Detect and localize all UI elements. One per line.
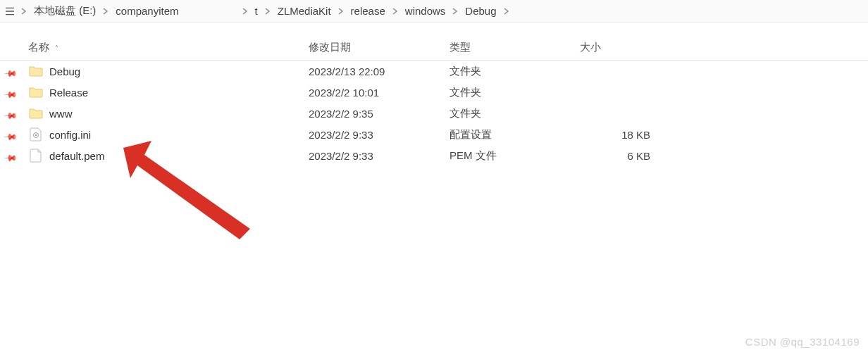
- folder-icon: [28, 106, 44, 121]
- breadcrumb-item[interactable]: windows: [402, 5, 449, 17]
- pin-gutter: 📌 📌 📌 📌 📌: [0, 61, 21, 166]
- column-header-date[interactable]: 修改日期: [309, 41, 450, 54]
- file-type: 文件夹: [450, 107, 580, 120]
- file-date: 2023/2/2 9:35: [309, 108, 450, 120]
- file-list: 名称 ˄ 修改日期 类型 大小 📌 📌 📌 📌 📌 Debug 2023/2/1…: [0, 23, 868, 352]
- file-row[interactable]: default.pem 2023/2/2 9:33 PEM 文件 6 KB: [28, 145, 868, 166]
- file-row[interactable]: www 2023/2/2 9:35 文件夹: [28, 103, 868, 124]
- breadcrumb-item[interactable]: companyitem: [113, 5, 181, 17]
- folder-icon: [28, 63, 44, 79]
- column-header-size[interactable]: 大小: [580, 41, 657, 54]
- file-type: 配置设置: [450, 128, 580, 142]
- pin-icon[interactable]: 📌: [6, 151, 16, 161]
- chevron-right-icon: [388, 8, 402, 15]
- pin-icon[interactable]: 📌: [6, 108, 16, 118]
- ini-file-icon: [28, 127, 44, 142]
- breadcrumb-item[interactable]: t: [252, 5, 261, 17]
- file-type: 文件夹: [450, 65, 580, 78]
- column-header-type[interactable]: 类型: [450, 41, 580, 54]
- file-date: 2023/2/2 9:33: [309, 129, 450, 141]
- file-type: 文件夹: [450, 86, 580, 99]
- chevron-right-icon: [17, 8, 31, 15]
- file-name: Debug: [49, 65, 80, 77]
- breadcrumb-item[interactable]: Debug: [462, 5, 499, 17]
- breadcrumb-item[interactable]: 本地磁盘 (E:): [31, 4, 99, 18]
- file-size: 6 KB: [580, 150, 657, 162]
- column-header-label: 名称: [28, 41, 49, 53]
- chevron-right-icon: [261, 8, 275, 15]
- pin-icon[interactable]: 📌: [6, 130, 16, 139]
- file-name: config.ini: [49, 129, 91, 141]
- file-date: 2023/2/2 10:01: [309, 87, 450, 99]
- file-date: 2023/2/2 9:33: [309, 150, 450, 162]
- file-name: default.pem: [49, 150, 104, 162]
- chevron-right-icon: [238, 8, 252, 15]
- home-icon[interactable]: [3, 6, 17, 17]
- chevron-right-icon: [500, 8, 514, 15]
- column-header-row: 名称 ˄ 修改日期 类型 大小: [0, 35, 868, 61]
- pin-icon[interactable]: 📌: [6, 87, 16, 97]
- file-row[interactable]: Debug 2023/2/13 22:09 文件夹: [28, 61, 868, 82]
- file-size: 18 KB: [580, 129, 657, 141]
- generic-file-icon: [28, 148, 44, 163]
- chevron-right-icon: [99, 8, 113, 15]
- folder-icon: [28, 84, 44, 100]
- sort-ascending-icon: ˄: [55, 44, 58, 52]
- file-row[interactable]: config.ini 2023/2/2 9:33 配置设置 18 KB: [28, 124, 868, 145]
- file-name: www: [49, 108, 73, 120]
- breadcrumb-item[interactable]: release: [348, 5, 388, 17]
- chevron-right-icon: [448, 8, 462, 15]
- watermark: CSDN @qq_33104169: [745, 336, 860, 348]
- breadcrumb: 本地磁盘 (E:) companyitem t ZLMediaKit relea…: [0, 0, 868, 23]
- breadcrumb-item[interactable]: ZLMediaKit: [275, 5, 334, 17]
- file-name: Release: [49, 87, 88, 99]
- file-type: PEM 文件: [450, 149, 580, 163]
- file-rows: Debug 2023/2/13 22:09 文件夹 Release 2023/2…: [0, 61, 868, 166]
- chevron-right-icon: [334, 8, 348, 15]
- file-date: 2023/2/13 22:09: [309, 65, 450, 77]
- column-header-name[interactable]: 名称 ˄: [28, 41, 309, 54]
- svg-point-1: [35, 134, 37, 136]
- file-row[interactable]: Release 2023/2/2 10:01 文件夹: [28, 82, 868, 103]
- pin-icon[interactable]: 📌: [6, 66, 16, 76]
